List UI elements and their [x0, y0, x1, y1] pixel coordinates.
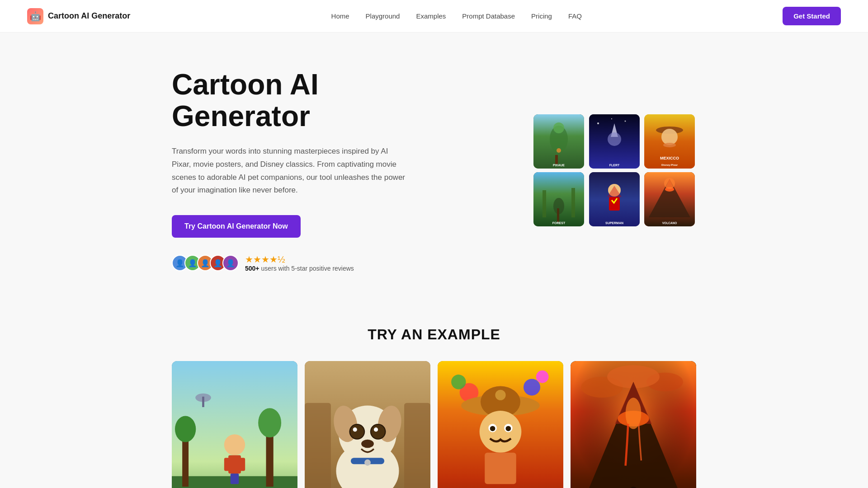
svg-rect-40 [266, 429, 273, 487]
svg-point-63 [353, 427, 357, 432]
svg-text:Disney·Pixar: Disney·Pixar [661, 164, 678, 166]
svg-rect-27 [609, 197, 620, 211]
nav-home[interactable]: Home [331, 12, 349, 20]
example-image-dog: PIOYUX by PIXAR [305, 361, 430, 488]
svg-point-4 [557, 148, 561, 153]
svg-text:FLERT: FLERT [609, 164, 619, 167]
nav-prompt-database[interactable]: Prompt Database [462, 12, 515, 20]
get-started-button[interactable]: Get Started [783, 7, 841, 25]
svg-rect-44 [224, 458, 231, 471]
svg-rect-83 [485, 453, 516, 484]
hero-description: Transform your words into stunning maste… [172, 145, 407, 197]
navbar: 🤖 Cartoon AI Generator Home Playground E… [0, 0, 868, 33]
svg-point-61 [350, 425, 364, 439]
svg-text:VOLCANO: VOLCANO [662, 221, 677, 225]
svg-point-65 [361, 440, 374, 448]
brand-logo[interactable]: 🤖 Cartoon AI Generator [27, 8, 130, 24]
svg-point-74 [536, 371, 549, 383]
examples-section: TRY AN EXAMPLE [145, 326, 723, 488]
svg-point-64 [374, 427, 378, 432]
hero-image-forest: PIXAUE [533, 114, 584, 169]
nav-playground[interactable]: Playground [366, 12, 400, 20]
svg-rect-53 [305, 403, 331, 488]
svg-rect-54 [404, 403, 430, 488]
svg-point-11 [608, 132, 621, 146]
example-image-pioneer: PIOYAUT DisneyPixar [172, 361, 297, 488]
example-card-pioneer[interactable]: PIOYAUT DisneyPixar [172, 361, 297, 488]
examples-title: TRY AN EXAMPLE [172, 326, 696, 343]
example-card-mexicco[interactable]: MEXICCO Disney·Pixar [438, 361, 563, 488]
user-avatars: 👤 👤 👤 👤 👤 [172, 255, 239, 271]
svg-point-8 [624, 121, 626, 122]
svg-rect-3 [555, 155, 558, 164]
svg-rect-49 [202, 397, 204, 407]
svg-point-39 [175, 416, 196, 442]
svg-point-82 [506, 426, 511, 432]
svg-point-15 [661, 129, 678, 145]
reviews-row: 👤 👤 👤 👤 👤 ★★★★½ 500+ users with 5-star p… [172, 254, 443, 272]
nav-faq[interactable]: FAQ [568, 12, 582, 20]
hero-image-space: FLERT [589, 114, 640, 169]
svg-rect-20 [542, 190, 546, 217]
avatar-5: 👤 [222, 255, 239, 271]
review-text: 500+ users with 5-star positive reviews [245, 265, 354, 272]
svg-text:MEXICCO: MEXICCO [660, 156, 679, 160]
example-card-dog[interactable]: PIOYUX by PIXAR [305, 361, 430, 488]
hero-image-volcano: VOLCANO [644, 172, 695, 226]
hero-image-forest2: FOREST [533, 172, 584, 226]
svg-text:PIXAUE: PIXAUE [553, 164, 565, 167]
hero-title: Cartoon AI Generator [172, 69, 443, 132]
svg-rect-45 [239, 458, 245, 471]
example-card-volcano[interactable]: FOIL·AGE Disney·Pixar [571, 361, 696, 488]
svg-point-7 [597, 122, 599, 124]
nav-examples[interactable]: Examples [416, 12, 446, 20]
svg-point-81 [490, 426, 495, 432]
svg-point-77 [495, 390, 505, 400]
svg-point-67 [364, 460, 371, 466]
nav-pricing[interactable]: Pricing [531, 12, 552, 20]
example-image-volcano: FOIL·AGE Disney·Pixar [571, 361, 696, 488]
svg-text:FOREST: FOREST [552, 221, 566, 225]
example-image-mexicco: MEXICCO Disney·Pixar [438, 361, 563, 488]
svg-point-42 [224, 435, 245, 455]
svg-point-34 [664, 178, 675, 189]
hero-image-grid: PIXAUE FLERT MEXICCO [533, 114, 696, 226]
svg-point-16 [663, 143, 676, 147]
svg-point-9 [611, 118, 612, 119]
brand-icon: 🤖 [27, 8, 43, 24]
hero-image-superman: SUPERMAN [589, 172, 640, 226]
star-rating: ★★★★½ [245, 254, 354, 265]
try-now-button[interactable]: Try Cartoon AI Generator Now [172, 215, 301, 238]
stars-display: ★★★★½ 500+ users with 5-star positive re… [245, 254, 354, 272]
hero-section: Cartoon AI Generator Transform your word… [145, 33, 723, 299]
examples-grid: PIOYAUT DisneyPixar [172, 361, 696, 488]
svg-rect-23 [557, 208, 559, 222]
svg-point-78 [480, 411, 522, 453]
svg-point-73 [524, 379, 540, 396]
nav-links: Home Playground Examples Prompt Database… [331, 12, 582, 20]
hero-left-content: Cartoon AI Generator Transform your word… [172, 69, 443, 272]
hero-image-mexico: MEXICCO Disney·Pixar [644, 114, 695, 169]
svg-point-72 [451, 375, 466, 389]
svg-point-2 [553, 122, 564, 133]
brand-name: Cartoon AI Generator [48, 11, 130, 21]
svg-rect-21 [571, 188, 575, 217]
svg-point-41 [258, 408, 281, 438]
svg-text:SUPERMAN: SUPERMAN [605, 221, 623, 225]
svg-rect-47 [234, 474, 239, 484]
svg-point-62 [371, 425, 385, 439]
